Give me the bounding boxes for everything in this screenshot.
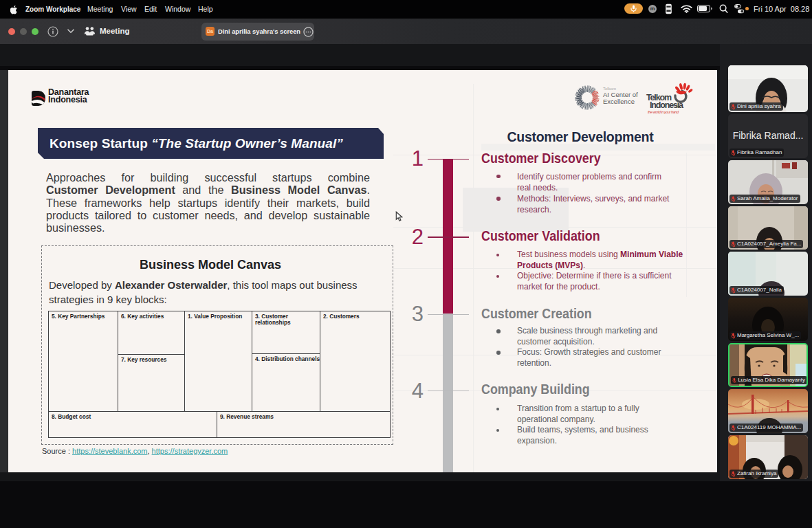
svg-text:the world in your hand: the world in your hand bbox=[648, 110, 679, 114]
